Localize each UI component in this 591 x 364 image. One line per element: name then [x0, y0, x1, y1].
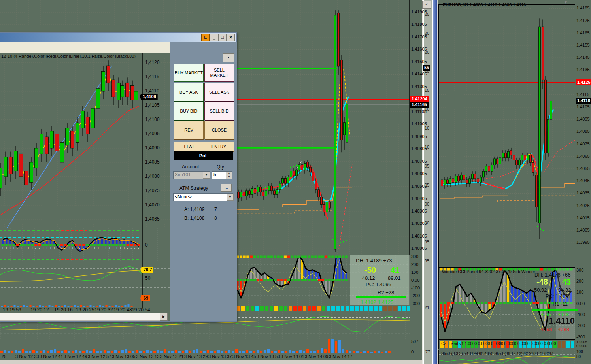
hidden-price-digit: 95 — [425, 258, 429, 263]
svg-text:+: + — [21, 247, 22, 249]
left-cci-panel[interactable]: ++++-++++--+++++--++---+++++++++++---- — [0, 228, 170, 262]
reverse-button[interactable]: REV — [174, 121, 204, 139]
background-chart-plot[interactable] — [235, 0, 410, 255]
atm-select-arrow-icon[interactable]: ▼ — [227, 194, 234, 201]
svg-text:+: + — [112, 247, 114, 249]
heart-indicator-title: CZI Heart v1 1.0000 0.0000 0.0000 0.0000… — [441, 341, 556, 346]
ask-size: 7 — [214, 207, 217, 212]
hidden-price-digit: 10 — [425, 126, 429, 130]
background-chart-grid — [0, 0, 236, 32]
stoch-indicator-title: Stoch(8,3,3) 54.1199 60.4650 Stoch(36,12… — [441, 351, 553, 356]
pnl-display: PnL — [174, 151, 233, 160]
cci-scale-label: 100 — [576, 290, 583, 294]
bg-cci-value-2: 41 — [391, 266, 399, 275]
background-volume-panel[interactable] — [0, 339, 410, 354]
minimize-button[interactable]: _ — [210, 34, 218, 41]
scroll-right-button[interactable]: ▶ — [160, 313, 168, 321]
time-axis-label: 3 Nov 12:41 — [40, 354, 63, 359]
right-last-price-tag: 1.4110 — [576, 98, 591, 104]
price-axis-label: 1.4115 — [576, 92, 589, 97]
account-select-arrow-icon[interactable]: ▼ — [203, 172, 210, 179]
rw-stoch-value-2: 94.32 — [558, 287, 571, 293]
buy-bid-button[interactable]: BUY BID — [174, 102, 204, 120]
qty-spin-down-icon[interactable]: ▼ — [226, 175, 232, 179]
atm-more-button[interactable]: ... — [221, 184, 232, 192]
buy-market-button[interactable]: BUY MARKET — [174, 64, 204, 82]
sliver-number-77: 77 — [425, 349, 430, 354]
price-axis-label: 1.4145 — [576, 55, 590, 60]
flat-button[interactable]: FLAT — [174, 142, 204, 151]
price-axis-label: 1.4085 — [576, 129, 590, 134]
bg-stoch-value-2: 89.01 — [388, 275, 401, 281]
trading-workspace: 1.41204 1.41165 507 0 DH: 1.4189 +73 -50… — [0, 0, 591, 364]
hidden-price-digit: 00 — [425, 202, 429, 206]
time-axis-label: 25 — [2, 354, 6, 359]
price-axis-label: 1.3995 — [576, 240, 590, 245]
time-axis-label: 3 Nov 13:37 — [208, 354, 232, 359]
price-axis-label: 1.4135 — [576, 67, 590, 72]
entry-button[interactable]: ENTRY — [204, 142, 234, 151]
cci-scale-label: -200 — [576, 323, 585, 328]
price-axis-label: 1.4075 — [576, 141, 590, 146]
price-axis-label: 1.4005 — [576, 228, 590, 232]
window-titlebar[interactable]: L _ □ ✕ — [0, 33, 236, 43]
svg-text:+: + — [24, 247, 26, 249]
price-axis-label: 1.41505 — [411, 59, 427, 64]
chart-hscrollbar[interactable] — [0, 313, 160, 321]
svg-text:+: + — [2, 247, 4, 249]
time-axis-label: 3 Nov 12:57 — [88, 354, 111, 359]
svg-text:+: + — [53, 247, 55, 249]
rw-pivot-label: R1 -11 — [553, 301, 568, 307]
time-axis-label: 19:20:12 — [30, 307, 49, 313]
woodie-cci-title: Woodie CCI Panel 94.3202 37.0079 SideWin… — [442, 269, 535, 274]
svg-text:+: + — [46, 247, 48, 249]
price-axis-label: 1,4090 — [145, 145, 160, 151]
right-chart-plot[interactable] — [439, 5, 575, 267]
time-axis-label: 3 Nov 13:45 — [232, 354, 256, 359]
rw-stoch-value-1: 50.92 — [534, 287, 547, 293]
hidden-window-price-tag: 55 — [423, 65, 430, 71]
buy-ask-button[interactable]: BUY ASK — [174, 83, 204, 101]
rw-low-values: 1.4068 1.4088 — [536, 326, 569, 332]
time-axis-label: 3 Nov 12:49 — [64, 354, 87, 359]
sell-bid-button[interactable]: SELL BID — [204, 102, 234, 120]
svg-text:+: + — [50, 247, 51, 249]
price-axis-label: 1.4095 — [576, 117, 590, 121]
price-axis-label: 1,4080 — [145, 174, 160, 179]
close-position-button[interactable]: CLOSE — [204, 121, 234, 139]
sell-market-button[interactable]: SELL MARKET — [204, 64, 234, 82]
time-axis-label: 3 Nov 14:01 — [281, 354, 304, 359]
left-chart-area[interactable]: 12-10 (4 Range),Color [Red],Color [Lime]… — [0, 53, 170, 321]
maximize-button[interactable]: □ — [218, 34, 227, 41]
price-axis-label: 1,4070 — [145, 202, 160, 207]
price-axis-label: 1,4065 — [145, 216, 160, 222]
cci-scale-label: -200 — [411, 293, 420, 298]
sell-ask-button[interactable]: SELL ASK — [204, 83, 234, 101]
bid-price-row: B: 1,4108 — [184, 215, 204, 221]
panel-scroll-up-button[interactable]: ▲ — [223, 53, 234, 62]
time-axis-label: 19:20:48 — [113, 307, 132, 313]
svg-text:+: + — [98, 247, 99, 249]
price-axis-label: 1.4155 — [576, 43, 590, 47]
price-axis-label: 1.40605 — [411, 171, 427, 176]
hidden-price-digit: 25 — [425, 12, 429, 17]
svg-text:+: + — [120, 247, 121, 249]
atm-strategy-select[interactable]: <None> — [173, 193, 233, 201]
price-axis-label: 1.4055 — [576, 166, 590, 171]
rw-range-bar — [532, 309, 578, 311]
price-axis-label: 1.40905 — [411, 134, 427, 139]
left-volume-tag: 69 — [140, 295, 150, 301]
scroll-left-button[interactable]: < — [422, 1, 431, 9]
close-button[interactable]: ✕ — [227, 34, 235, 41]
link-button[interactable]: L — [201, 34, 210, 41]
cci-scale-label: 200 — [411, 262, 418, 267]
bg-stoch-value-1: 48.12 — [362, 275, 375, 281]
scroll-end-marker-icon[interactable]: ▼ — [564, 0, 568, 4]
left-chart-plot[interactable] — [0, 53, 170, 228]
price-axis-label: 1.4035 — [576, 190, 590, 195]
svg-text:+: + — [109, 247, 110, 249]
left-stoch-mid-label: 50 — [145, 275, 150, 281]
svg-text:-: - — [131, 247, 132, 249]
price-axis-label: 1,4110 — [145, 88, 159, 94]
price-axis-label: 1.40405 — [411, 196, 427, 201]
